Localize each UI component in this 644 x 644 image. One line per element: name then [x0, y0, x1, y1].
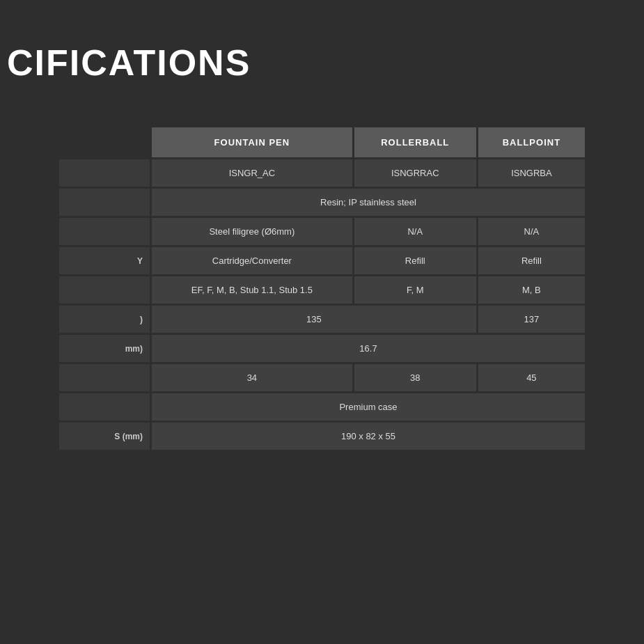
table-row: ) 135 137: [59, 306, 585, 333]
cell-fp-sku: ISNGR_AC: [152, 159, 352, 187]
cell-bp-filigree: N/A: [478, 218, 585, 245]
specs-table: FOUNTAIN PEN ROLLERBALL BALLPOINT ISNGR_…: [57, 125, 587, 452]
cell-packaging-span: Premium case: [152, 393, 585, 421]
col-header-fountain-pen: FOUNTAIN PEN: [152, 127, 352, 157]
cell-rb-filigree: N/A: [354, 218, 476, 245]
table-row: mm) 16.7: [59, 335, 585, 362]
row-label-weight: [59, 364, 150, 391]
row-label: [59, 218, 150, 245]
col-header-rollerball: ROLLERBALL: [354, 127, 476, 157]
cell-diameter-span: 16.7: [152, 335, 585, 362]
cell-bp-length: 137: [478, 306, 585, 333]
table-row: Resin; IP stainless steel: [59, 189, 585, 216]
cell-rb-weight: 38: [354, 364, 476, 391]
table-row: Premium case: [59, 393, 585, 421]
page-title: CIFICATIONS: [0, 42, 644, 84]
cell-length-135: 135: [152, 306, 476, 333]
cell-bp-weight: 45: [478, 364, 585, 391]
cell-rb-sku: ISNGRRAC: [354, 159, 476, 187]
cell-fp-filigree: Steel filigree (Ø6mm): [152, 218, 352, 245]
table-header-row: FOUNTAIN PEN ROLLERBALL BALLPOINT: [59, 127, 585, 157]
table-row: 34 38 45: [59, 364, 585, 391]
col-header-empty: [59, 127, 150, 157]
cell-rb-filling: Refill: [354, 247, 476, 274]
page-container: CIFICATIONS FOUNTAIN PEN ROLLERBALL BALL…: [0, 0, 644, 644]
cell-boxsize-span: 190 x 82 x 55: [152, 423, 585, 450]
cell-bp-filling: Refill: [478, 247, 585, 274]
row-label-packaging: [59, 393, 150, 421]
cell-bp-nibs: M, B: [478, 276, 585, 304]
cell-fp-filling: Cartridge/Converter: [152, 247, 352, 274]
cell-fp-nibs: EF, F, M, B, Stub 1.1, Stub 1.5: [152, 276, 352, 304]
table-row: Y Cartridge/Converter Refill Refill: [59, 247, 585, 274]
col-header-ballpoint: BALLPOINT: [478, 127, 585, 157]
row-label-length: ): [59, 306, 150, 333]
cell-material-span: Resin; IP stainless steel: [152, 189, 585, 216]
row-label-diameter: mm): [59, 335, 150, 362]
table-row: ISNGR_AC ISNGRRAC ISNGRBA: [59, 159, 585, 187]
cell-bp-sku: ISNGRBA: [478, 159, 585, 187]
row-label: [59, 189, 150, 216]
table-row: Steel filigree (Ø6mm) N/A N/A: [59, 218, 585, 245]
table-row: EF, F, M, B, Stub 1.1, Stub 1.5 F, M M, …: [59, 276, 585, 304]
table-wrapper: FOUNTAIN PEN ROLLERBALL BALLPOINT ISNGR_…: [0, 125, 644, 452]
cell-rb-nibs: F, M: [354, 276, 476, 304]
row-label-y: Y: [59, 247, 150, 274]
row-label: [59, 276, 150, 304]
table-row: S (mm) 190 x 82 x 55: [59, 423, 585, 450]
cell-fp-weight: 34: [152, 364, 352, 391]
row-label-boxsize: S (mm): [59, 423, 150, 450]
row-label: [59, 159, 150, 187]
